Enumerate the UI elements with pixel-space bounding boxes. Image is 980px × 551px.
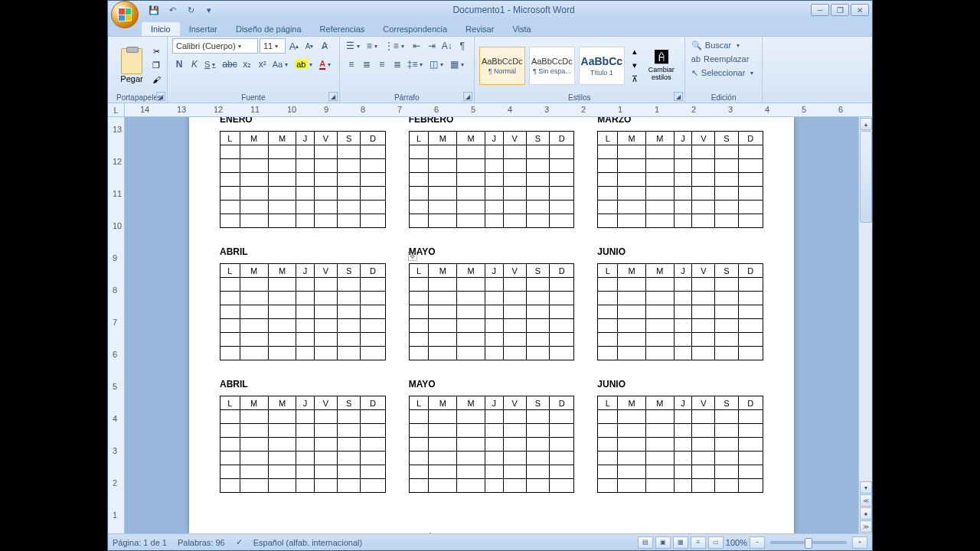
calendar-cell[interactable] — [598, 479, 618, 493]
calendar-cell[interactable] — [457, 465, 485, 479]
calendar-cell[interactable] — [549, 424, 573, 438]
styles-more-icon[interactable]: ⊼ — [629, 73, 641, 86]
calendar-cell[interactable] — [409, 159, 429, 173]
calendar-cell[interactable] — [715, 187, 738, 201]
ruler-vertical[interactable]: 13121110987654321 — [108, 117, 125, 533]
calendar-cell[interactable] — [645, 452, 674, 465]
calendar-cell[interactable] — [549, 145, 573, 159]
replace-button[interactable]: abReemplazar — [690, 52, 757, 66]
calendar-cell[interactable] — [409, 187, 429, 201]
font-color-button[interactable]: A▾ — [318, 57, 334, 72]
calendar-cell[interactable] — [738, 465, 763, 479]
calendar-cell[interactable] — [361, 173, 385, 187]
calendar-cell[interactable] — [618, 187, 646, 201]
calendar-cell[interactable] — [692, 214, 715, 228]
calendar-cell[interactable] — [715, 438, 738, 452]
calendar-cell[interactable] — [457, 305, 485, 319]
calendar-cell[interactable] — [485, 465, 504, 479]
calendar-cell[interactable] — [674, 159, 692, 173]
calendar-cell[interactable] — [738, 187, 763, 201]
calendar-cell[interactable] — [692, 424, 715, 438]
calendar-cell[interactable] — [338, 333, 361, 347]
calendar-cell[interactable] — [296, 201, 315, 214]
justify-icon[interactable]: ≣ — [390, 57, 404, 72]
calendar-cell[interactable] — [338, 347, 361, 360]
calendar-table[interactable]: LMMJVSD — [220, 263, 386, 360]
calendar-cell[interactable] — [314, 465, 337, 479]
calendar-cell[interactable] — [645, 201, 674, 214]
calendar-cell[interactable] — [645, 305, 674, 319]
calendar-cell[interactable] — [268, 333, 296, 347]
tab-inicio[interactable]: Inicio — [142, 22, 180, 36]
calendar-cell[interactable] — [645, 319, 674, 333]
calendar-cell[interactable] — [618, 145, 646, 159]
calendar-cell[interactable] — [409, 410, 429, 424]
calendar-cell[interactable] — [618, 214, 646, 228]
calendar-cell[interactable] — [457, 187, 485, 201]
font-size-combo[interactable]: 11▾ — [260, 38, 286, 54]
calendar-cell[interactable] — [296, 214, 315, 228]
shading-icon[interactable]: ◫▾ — [428, 57, 447, 72]
calendar-cell[interactable] — [296, 292, 315, 305]
calendar-cell[interactable] — [526, 347, 549, 360]
calendar-cell[interactable] — [457, 347, 485, 360]
calendar-cell[interactable] — [526, 424, 549, 438]
office-button[interactable] — [111, 1, 139, 28]
calendar-cell[interactable] — [409, 292, 429, 305]
tab-vista[interactable]: Vista — [503, 22, 540, 36]
calendar-cell[interactable] — [220, 187, 240, 201]
calendar-cell[interactable] — [598, 319, 618, 333]
calendar-cell[interactable] — [738, 173, 763, 187]
calendar-cell[interactable] — [692, 347, 715, 360]
calendar-cell[interactable] — [598, 292, 618, 305]
calendar-cell[interactable] — [645, 145, 674, 159]
calendar-cell[interactable] — [296, 452, 315, 465]
calendar-cell[interactable] — [526, 452, 549, 465]
calendar-cell[interactable] — [503, 347, 526, 360]
calendar-cell[interactable] — [526, 438, 549, 452]
minimize-button[interactable]: ─ — [811, 4, 829, 16]
tab-referencias[interactable]: Referencias — [311, 22, 374, 36]
select-button[interactable]: ↖Seleccionar▾ — [690, 66, 757, 80]
calendar-cell[interactable] — [692, 278, 715, 292]
numbering-icon[interactable]: ≡▾ — [365, 38, 381, 54]
style-no-spacing[interactable]: AaBbCcDc ¶ Sin espa... — [529, 47, 575, 85]
calendar-cell[interactable] — [715, 333, 738, 347]
tab-correspondencia[interactable]: Correspondencia — [374, 22, 456, 36]
calendar-cell[interactable] — [485, 173, 504, 187]
tab-insertar[interactable]: Insertar — [180, 22, 227, 36]
vertical-scrollbar[interactable]: ▴ ▾ ≪ ● ≫ — [858, 117, 872, 533]
calendar-cell[interactable] — [503, 333, 526, 347]
calendar-cell[interactable] — [296, 479, 315, 493]
calendar-cell[interactable] — [240, 201, 268, 214]
calendar-cell[interactable] — [645, 292, 674, 305]
view-outline-icon[interactable]: ≡ — [691, 536, 706, 549]
calendar-cell[interactable] — [268, 347, 296, 360]
calendar-table[interactable]: LMMJVSD — [220, 396, 386, 493]
save-icon[interactable]: 💾 — [146, 2, 162, 18]
calendar-cell[interactable] — [268, 410, 296, 424]
calendar-cell[interactable] — [338, 214, 361, 228]
calendar-cell[interactable] — [526, 479, 549, 493]
ruler-corner[interactable]: L — [108, 103, 125, 117]
calendar-cell[interactable] — [220, 145, 240, 159]
calendar-cell[interactable] — [429, 159, 457, 173]
calendar-cell[interactable] — [361, 452, 385, 465]
calendar-cell[interactable] — [526, 278, 549, 292]
calendar-cell[interactable] — [503, 452, 526, 465]
calendar-cell[interactable] — [429, 319, 457, 333]
calendar-cell[interactable] — [429, 479, 457, 493]
align-left-icon[interactable]: ≡ — [345, 57, 358, 72]
calendar-cell[interactable] — [409, 347, 429, 360]
calendar-cell[interactable] — [338, 278, 361, 292]
calendar-cell[interactable] — [549, 319, 573, 333]
calendar-cell[interactable] — [692, 305, 715, 319]
calendar-cell[interactable] — [338, 438, 361, 452]
calendar-cell[interactable] — [738, 145, 763, 159]
calendar-cell[interactable] — [361, 159, 385, 173]
find-button[interactable]: 🔍Buscar▾ — [690, 38, 757, 52]
calendar-cell[interactable] — [526, 333, 549, 347]
calendar-cell[interactable] — [361, 319, 385, 333]
calendar-cell[interactable] — [338, 173, 361, 187]
close-button[interactable]: ✕ — [851, 4, 869, 16]
